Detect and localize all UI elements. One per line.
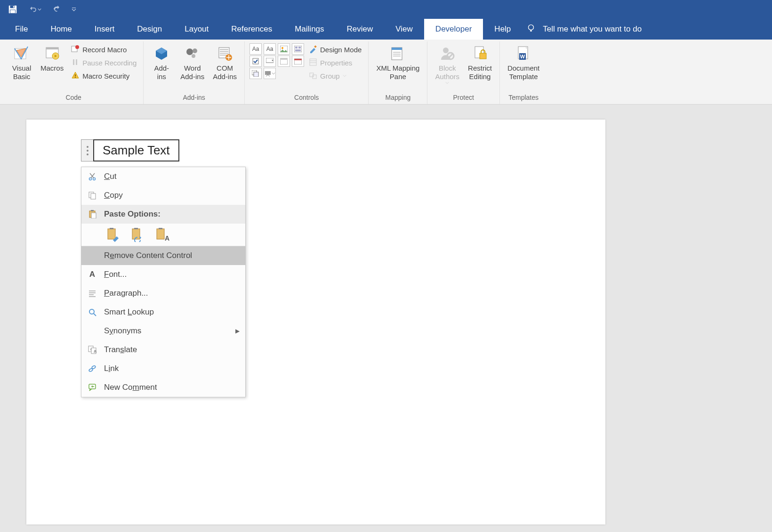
dropdown-control-button[interactable] xyxy=(278,56,290,67)
font-icon: A xyxy=(87,269,97,280)
comment-icon xyxy=(87,382,97,393)
redo-button[interactable] xyxy=(49,4,64,15)
tab-help[interactable]: Help xyxy=(483,19,522,40)
macro-security-label: Macro Security xyxy=(82,72,129,80)
content-control-text[interactable]: Sample Text xyxy=(93,139,179,161)
group-button: Group xyxy=(307,70,363,82)
ctx-font[interactable]: A Font... xyxy=(81,265,245,284)
group-label-templates: Templates xyxy=(508,92,539,104)
restrict-editing-button[interactable]: RestrictEditing xyxy=(465,43,495,83)
block-authors-button: BlockAuthors xyxy=(432,43,462,87)
block-authors-icon xyxy=(439,45,455,62)
tab-design[interactable]: Design xyxy=(126,19,173,40)
design-mode-icon xyxy=(309,45,317,55)
svg-rect-15 xyxy=(75,77,76,78)
ctx-paste-options-row: A xyxy=(81,224,245,246)
tab-references[interactable]: References xyxy=(220,19,283,40)
com-addins-button[interactable]: COMAdd-ins xyxy=(210,43,240,83)
svg-rect-36 xyxy=(314,45,317,48)
ctx-smart-lookup[interactable]: Smart Lookup xyxy=(81,303,245,322)
building-block-control-button[interactable] xyxy=(292,43,304,55)
date-picker-control-button[interactable] xyxy=(292,56,304,67)
ctx-synonyms[interactable]: Synonyms ▶ xyxy=(81,322,245,340)
ctx-cut-label: Cut xyxy=(104,172,240,181)
paste-keep-source-button[interactable] xyxy=(105,226,122,243)
legacy-tools-button[interactable] xyxy=(264,68,276,79)
combobox-control-button[interactable] xyxy=(264,56,276,67)
tab-mailings[interactable]: Mailings xyxy=(283,19,335,40)
properties-icon xyxy=(309,58,317,68)
ribbon-group-code: VisualBasic Macros Record Macro Pause Re… xyxy=(4,41,144,104)
svg-point-5 xyxy=(529,24,534,30)
save-button[interactable] xyxy=(5,3,21,16)
picture-control-button[interactable] xyxy=(278,43,290,55)
ctx-new-comment[interactable]: New Comment xyxy=(81,378,245,397)
content-control[interactable]: Sample Text xyxy=(81,139,179,161)
ctx-link[interactable]: Link xyxy=(81,359,245,378)
pause-recording-button: Pause Recording xyxy=(69,56,138,69)
ctx-translate[interactable]: aあ Translate xyxy=(81,340,245,359)
chevron-down-icon xyxy=(445,81,449,85)
addins-button[interactable]: Add-ins xyxy=(148,43,175,83)
xml-mapping-button[interactable]: XML MappingPane xyxy=(373,43,422,83)
tab-layout[interactable]: Layout xyxy=(173,19,220,40)
macros-button[interactable]: Macros xyxy=(38,43,66,74)
svg-text:A: A xyxy=(165,234,169,242)
repeating-section-control-button[interactable] xyxy=(249,68,262,79)
svg-rect-14 xyxy=(75,74,76,76)
group-label-mapping: Mapping xyxy=(386,92,411,104)
tell-me-search[interactable]: Tell me what you want to do xyxy=(526,19,642,40)
content-control-handle[interactable] xyxy=(81,139,93,161)
svg-rect-54 xyxy=(91,210,94,211)
document-template-button[interactable]: W DocumentTemplate xyxy=(505,43,542,83)
ctx-font-label: Font... xyxy=(104,270,240,279)
record-macro-button[interactable]: Record Macro xyxy=(69,43,138,56)
chevron-down-icon xyxy=(272,72,275,75)
undo-icon xyxy=(28,5,38,14)
tab-insert[interactable]: Insert xyxy=(83,19,126,40)
tab-file[interactable]: File xyxy=(4,19,39,40)
paste-merge-button[interactable] xyxy=(129,226,146,243)
tab-view[interactable]: View xyxy=(384,19,424,40)
document-template-icon: W xyxy=(515,45,531,62)
checkbox-control-button[interactable] xyxy=(249,56,262,67)
tab-developer[interactable]: Developer xyxy=(424,19,483,40)
svg-point-63 xyxy=(89,309,94,314)
smart-lookup-icon xyxy=(87,307,97,317)
word-addins-button[interactable]: WordAdd-ins xyxy=(177,43,207,83)
rich-text-control-button[interactable]: Aa xyxy=(249,43,262,55)
group-label: Group xyxy=(320,72,340,80)
ctx-cut[interactable]: Cut xyxy=(81,167,245,186)
svg-rect-60 xyxy=(157,229,164,239)
com-addins-label: COMAdd-ins xyxy=(213,64,237,81)
tab-home[interactable]: Home xyxy=(39,19,83,40)
tab-review[interactable]: Review xyxy=(336,19,385,40)
svg-text:W: W xyxy=(520,54,525,59)
svg-rect-3 xyxy=(13,6,14,8)
visual-basic-button[interactable]: VisualBasic xyxy=(8,43,35,83)
visual-basic-icon xyxy=(14,45,30,62)
ctx-paste-options-label: Paste Options: xyxy=(104,210,240,219)
document-page[interactable]: Sample Text Cut Copy Paste Options: A xyxy=(26,120,605,524)
ctx-paragraph[interactable]: Paragraph... xyxy=(81,284,245,303)
svg-rect-52 xyxy=(91,193,96,199)
combobox-icon xyxy=(266,58,273,64)
ctx-copy[interactable]: Copy xyxy=(81,186,245,205)
paste-icon xyxy=(87,209,97,219)
svg-rect-8 xyxy=(46,48,58,49)
chevron-down-icon xyxy=(38,8,41,11)
undo-button[interactable] xyxy=(25,4,44,15)
macro-security-button[interactable]: Macro Security xyxy=(69,70,138,82)
group-label-controls: Controls xyxy=(294,92,319,104)
svg-point-16 xyxy=(186,48,193,55)
paste-text-only-button[interactable]: A xyxy=(154,226,171,243)
word-addins-icon xyxy=(185,45,201,62)
addins-label: Add-ins xyxy=(154,64,169,81)
plain-text-control-button[interactable]: Aa xyxy=(264,43,276,55)
cut-icon xyxy=(87,171,97,182)
qat-customize-button[interactable] xyxy=(69,6,79,13)
save-icon xyxy=(8,4,18,15)
design-mode-button[interactable]: Design Mode xyxy=(307,43,363,56)
ctx-remove-content-control[interactable]: Remove Content Control xyxy=(81,246,245,265)
restrict-editing-label: RestrictEditing xyxy=(468,64,492,81)
